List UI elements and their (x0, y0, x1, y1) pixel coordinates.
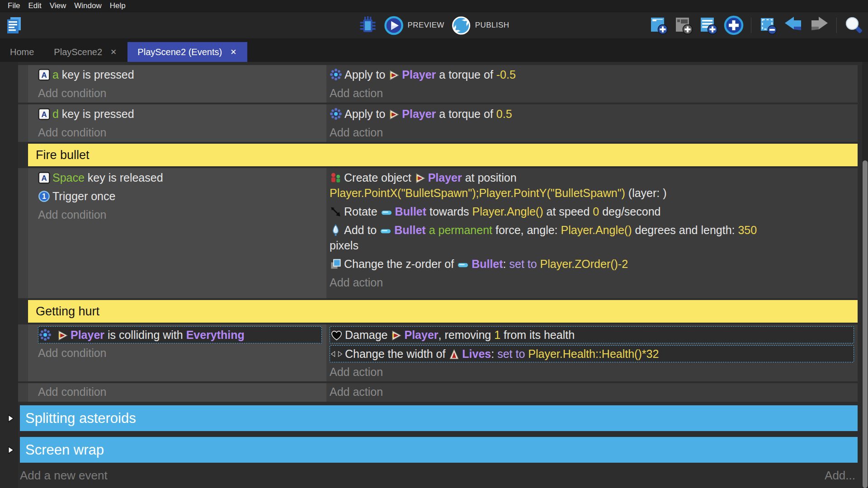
event-drag-handle[interactable] (18, 168, 28, 298)
instruction-line: Ad key is pressed (38, 106, 322, 122)
add-condition-link[interactable]: Add condition (38, 207, 107, 222)
scrollbar-thumb[interactable] (863, 160, 868, 488)
action[interactable]: Change the width of Lives: set to Player… (330, 345, 854, 362)
instruction-text: 1 (494, 328, 500, 341)
add-action-link[interactable]: Add action (330, 364, 383, 380)
event-row: ASpace key is released1Trigger onceAdd c… (18, 168, 858, 298)
action[interactable]: Apply to Player a torque of -0.5 (330, 67, 854, 82)
instruction-line: Change the width of Lives: set to Player… (330, 346, 852, 361)
instruction-text: : (503, 258, 509, 270)
instruction-text: a torque of (436, 108, 496, 120)
search-icon[interactable] (844, 15, 863, 35)
action[interactable]: Create object Player at positionPlayer.P… (330, 170, 854, 201)
actions-panel: Apply to Player a torque of -0.5Add acti… (326, 65, 858, 103)
add-condition-link[interactable]: Add condition (38, 345, 107, 361)
instruction-text: Lives (462, 347, 491, 360)
redo-icon[interactable] (809, 15, 830, 35)
instruction-line: pixels (330, 238, 854, 253)
instruction-line: 1Trigger once (38, 188, 322, 204)
keyboard-key-icon: A (38, 172, 50, 184)
instruction-text: key is pressed (59, 68, 134, 81)
tab-playscene2[interactable]: PlayScene2 ✕ (44, 42, 127, 62)
menu-help[interactable]: Help (106, 1, 130, 10)
group-bar[interactable]: Screen wrap (20, 437, 858, 463)
conditions-panel: Add condition (28, 383, 326, 402)
instruction-text: Add to (344, 224, 380, 236)
undo-icon[interactable] (783, 15, 804, 35)
add-action-link[interactable]: Add action (330, 125, 383, 140)
comment-bar[interactable]: Fire bullet (28, 144, 858, 166)
group-event-row: Splitting asteroids (20, 405, 858, 431)
instruction-text: a torque of (436, 68, 496, 81)
menu-edit[interactable]: Edit (24, 1, 45, 10)
menu-window[interactable]: Window (70, 1, 105, 10)
tab-playscene2-events[interactable]: PlayScene2 (Events) ✕ (127, 42, 247, 62)
add-action-link[interactable]: Add action (330, 275, 383, 290)
svg-text:A: A (41, 71, 47, 80)
add-new-icon[interactable] (723, 15, 744, 36)
width-icon (330, 348, 343, 360)
event-drag-handle[interactable] (18, 383, 28, 402)
instruction-text: Damage (345, 328, 391, 341)
add-event-icon[interactable] (649, 15, 669, 35)
event-drag-handle[interactable] (18, 65, 28, 103)
instruction-text: Player.ZOrder()-2 (540, 258, 628, 270)
add-condition-link[interactable]: Add condition (38, 384, 107, 399)
add-new-event-hint[interactable]: Add a new event (20, 469, 108, 483)
condition[interactable]: 1Trigger once (38, 188, 322, 204)
menu-view[interactable]: View (46, 1, 71, 10)
main-toolbar: PREVIEW PUBLISH (0, 12, 868, 38)
comment-bar[interactable]: Getting hurt (28, 300, 858, 323)
physics-icon (39, 328, 52, 341)
add-condition-link[interactable]: Add condition (38, 125, 107, 140)
tab-home[interactable]: Home (0, 42, 44, 62)
debug-icon[interactable] (359, 16, 377, 34)
instruction-text: Create object (344, 171, 415, 184)
action[interactable]: Change the z-order of Bullet: set to Pla… (330, 256, 854, 272)
close-icon[interactable]: ✕ (229, 47, 237, 57)
action[interactable]: Rotate Bullet towards Player.Angle() at … (330, 204, 854, 219)
toolbar-divider (751, 18, 751, 33)
instruction-text: a (52, 68, 59, 81)
condition[interactable]: ASpace key is released (38, 170, 322, 185)
instruction-line: Player is colliding with Everything (39, 327, 320, 343)
action[interactable]: Apply to Player a torque of 0.5 (330, 106, 854, 122)
add-action-link[interactable]: Add action (330, 384, 383, 399)
actions-panel: Create object Player at positionPlayer.P… (326, 168, 858, 298)
tab-bar: Home PlayScene2 ✕ PlayScene2 (Events) ✕ (0, 38, 868, 62)
events-sheet: Aa key is pressedAdd conditionApply to P… (0, 62, 868, 488)
add-subevent-icon[interactable] (674, 15, 693, 35)
event-drag-handle[interactable] (18, 104, 28, 142)
condition[interactable]: Player is colliding with Everything (38, 326, 322, 343)
project-manager-icon[interactable] (5, 16, 24, 35)
instruction-text: Apply to (344, 68, 388, 81)
delete-selection-icon[interactable] (758, 15, 778, 35)
menu-bar: File Edit View Window Help (0, 0, 868, 12)
instruction-text: towards (426, 205, 472, 218)
instruction-text: d (52, 108, 59, 120)
event-row: Add conditionAdd action (18, 383, 858, 402)
condition[interactable]: Aa key is pressed (38, 67, 322, 82)
close-icon[interactable]: ✕ (109, 47, 118, 57)
instruction-text: Player.PointX("BulletSpawn");Player.Poin… (330, 187, 625, 199)
condition[interactable]: Ad key is pressed (38, 106, 322, 122)
fold-arrow-icon[interactable] (6, 414, 15, 422)
group-bar[interactable]: Splitting asteroids (20, 405, 858, 431)
instruction-text: Player (402, 68, 436, 81)
instruction-text (54, 328, 57, 341)
action[interactable]: Add to Bullet a permanent force, angle: … (330, 222, 854, 253)
fold-arrow-icon[interactable] (6, 446, 15, 454)
preview-button[interactable]: PREVIEW (384, 16, 444, 35)
event-drag-handle[interactable] (18, 324, 28, 381)
publish-button[interactable]: PUBLISH (452, 16, 509, 35)
add-event-button[interactable]: Add... (825, 469, 855, 483)
player-ship-icon (415, 173, 426, 184)
vertical-scrollbar[interactable] (862, 62, 868, 488)
add-comment-icon[interactable] (698, 15, 718, 35)
instruction-text: Space (52, 171, 85, 184)
menu-file[interactable]: File (4, 1, 24, 10)
instruction-line: Damage Player, removing 1 from its healt… (330, 327, 852, 343)
action[interactable]: Damage Player, removing 1 from its healt… (330, 326, 854, 343)
add-action-link[interactable]: Add action (330, 85, 383, 101)
add-condition-link[interactable]: Add condition (38, 85, 107, 101)
